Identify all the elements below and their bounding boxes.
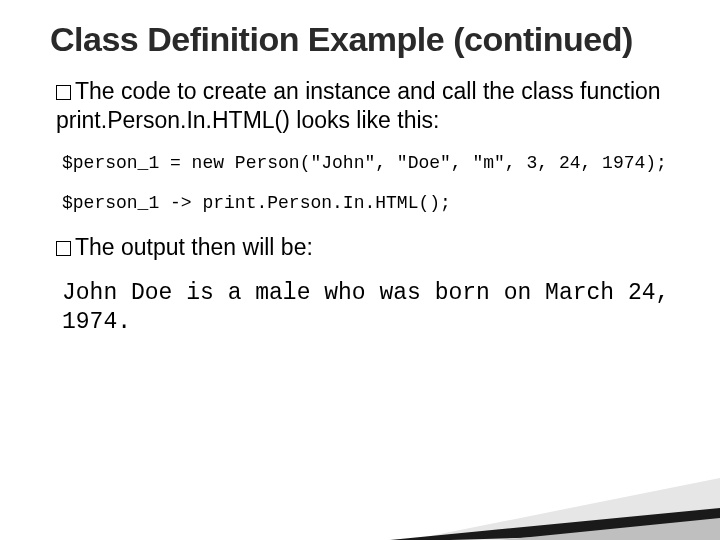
code-line-1: $person_1 = new Person("John", "Doe", "m… bbox=[62, 153, 680, 173]
svg-marker-1 bbox=[390, 508, 720, 540]
output-text: John Doe is a male who was born on March… bbox=[62, 279, 680, 337]
bullet-box-icon bbox=[56, 241, 71, 256]
svg-marker-0 bbox=[410, 478, 720, 540]
paragraph-output-intro: The output then will be: bbox=[56, 233, 670, 262]
slide: Class Definition Example (continued) The… bbox=[0, 0, 720, 540]
svg-marker-2 bbox=[500, 518, 720, 540]
bullet-box-icon bbox=[56, 85, 71, 100]
para1-rest: code to create an instance and call the … bbox=[56, 78, 661, 133]
para2-first-word: The bbox=[75, 234, 115, 260]
para2-rest: output then will be: bbox=[115, 234, 313, 260]
corner-decoration-icon bbox=[360, 470, 720, 540]
paragraph-intro: The code to create an instance and call … bbox=[56, 77, 670, 135]
code-line-2: $person_1 -> print.Person.In.HTML(); bbox=[62, 193, 680, 213]
slide-title: Class Definition Example (continued) bbox=[50, 20, 680, 59]
para1-first-word: The bbox=[75, 78, 115, 104]
